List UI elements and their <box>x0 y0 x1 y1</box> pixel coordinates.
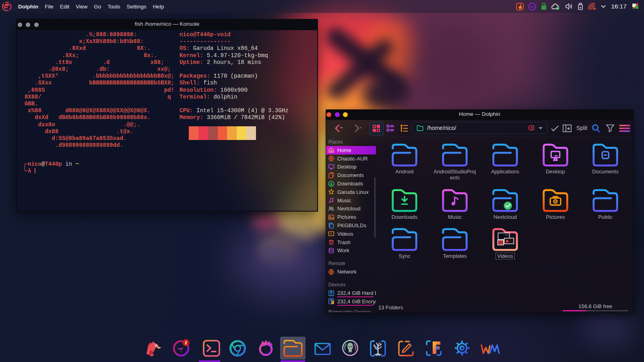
svg-text:2: 2 <box>185 340 187 345</box>
